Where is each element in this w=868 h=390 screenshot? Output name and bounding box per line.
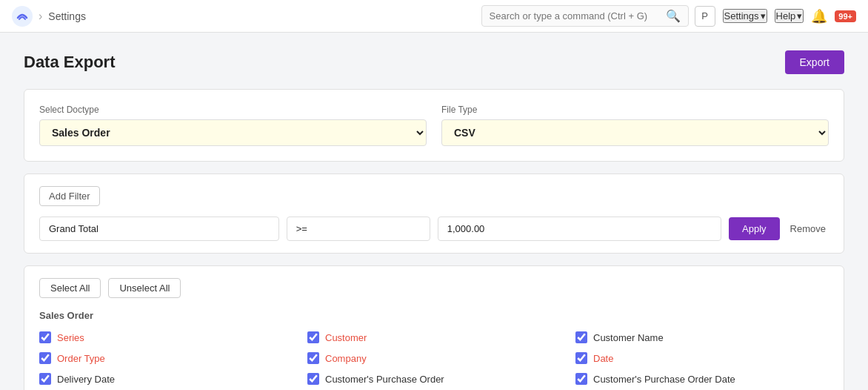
doctype-filetype-card: Select Doctype Sales Order File Type CSV	[24, 89, 844, 162]
column-item: Order Type	[39, 351, 293, 366]
filter-operator-input[interactable]	[287, 217, 430, 241]
page-content: Data Export Export Select Doctype Sales …	[0, 33, 868, 390]
select-all-button[interactable]: Select All	[39, 278, 101, 298]
column-checkbox[interactable]	[575, 352, 587, 364]
column-checkbox[interactable]	[39, 373, 51, 385]
export-button[interactable]: Export	[785, 50, 844, 74]
column-item: Series	[39, 330, 293, 345]
search-icon: 🔍	[666, 9, 681, 23]
column-item: Customer Name	[575, 330, 829, 345]
column-checkbox[interactable]	[307, 373, 319, 385]
remove-filter-button[interactable]: Remove	[787, 220, 829, 237]
column-label: Delivery Date	[57, 374, 115, 385]
columns-card: Select All Unselect All Sales Order Seri…	[24, 265, 844, 390]
search-bar[interactable]: 🔍	[481, 5, 689, 27]
filetype-label: File Type	[441, 105, 829, 115]
column-label[interactable]: Company	[325, 353, 367, 364]
doctype-select[interactable]: Sales Order	[39, 119, 427, 146]
doctype-label: Select Doctype	[39, 105, 427, 115]
column-checkbox[interactable]	[575, 331, 587, 343]
notifications-icon[interactable]: 🔔	[811, 8, 827, 24]
column-actions: Select All Unselect All	[39, 278, 829, 298]
doctype-filetype-row: Select Doctype Sales Order File Type CSV	[39, 105, 829, 146]
column-item: Company	[307, 351, 561, 366]
column-label: Customer Name	[593, 332, 664, 343]
column-item: Customer's Purchase Order Date	[575, 371, 829, 386]
column-label: Customer's Purchase Order	[325, 374, 444, 385]
help-menu-button[interactable]: Help ▾	[775, 9, 804, 23]
unselect-all-button[interactable]: Unselect All	[108, 278, 181, 298]
apply-filter-button[interactable]: Apply	[729, 217, 780, 240]
topnav: › Settings 🔍 P Settings ▾ Help ▾ 🔔 99+	[0, 0, 868, 33]
nav-separator: ›	[39, 10, 42, 23]
filter-value-input[interactable]	[438, 217, 721, 241]
nav-settings-label: Settings	[48, 10, 86, 22]
filter-row: Apply Remove	[39, 217, 829, 241]
filter-card: Add Filter Apply Remove	[24, 173, 844, 254]
topnav-right: P Settings ▾ Help ▾ 🔔 99+	[695, 6, 856, 27]
column-label[interactable]: Series	[57, 332, 84, 343]
column-checkbox[interactable]	[307, 331, 319, 343]
column-checkbox[interactable]	[39, 331, 51, 343]
doctype-group: Select Doctype Sales Order	[39, 105, 427, 146]
user-avatar-badge: P	[695, 6, 715, 27]
search-input[interactable]	[490, 10, 661, 22]
column-label[interactable]: Customer	[325, 332, 367, 343]
page-title: Data Export	[24, 53, 115, 72]
column-checkbox[interactable]	[39, 352, 51, 364]
column-item: Delivery Date	[39, 371, 293, 386]
logo-icon	[12, 6, 33, 27]
column-item: Date	[575, 351, 829, 366]
column-label: Customer's Purchase Order Date	[593, 374, 735, 385]
column-item: Customer's Purchase Order	[307, 371, 561, 386]
chevron-down-icon: ▾	[761, 10, 766, 22]
columns-grid: SeriesCustomerCustomer NameOrder TypeCom…	[39, 330, 829, 390]
filetype-select[interactable]: CSV	[441, 119, 829, 146]
filetype-group: File Type CSV	[441, 105, 829, 146]
page-header: Data Export Export	[24, 50, 844, 74]
column-label[interactable]: Order Type	[57, 353, 105, 364]
column-checkbox[interactable]	[575, 373, 587, 385]
filter-field-input[interactable]	[39, 217, 279, 241]
column-label[interactable]: Date	[593, 353, 613, 364]
add-filter-button[interactable]: Add Filter	[39, 186, 100, 206]
notification-count-badge[interactable]: 99+	[835, 10, 856, 22]
settings-menu-button[interactable]: Settings ▾	[723, 9, 767, 23]
column-checkbox[interactable]	[307, 352, 319, 364]
chevron-down-icon: ▾	[797, 10, 802, 22]
column-item: Customer	[307, 330, 561, 345]
section-label: Sales Order	[39, 310, 829, 321]
